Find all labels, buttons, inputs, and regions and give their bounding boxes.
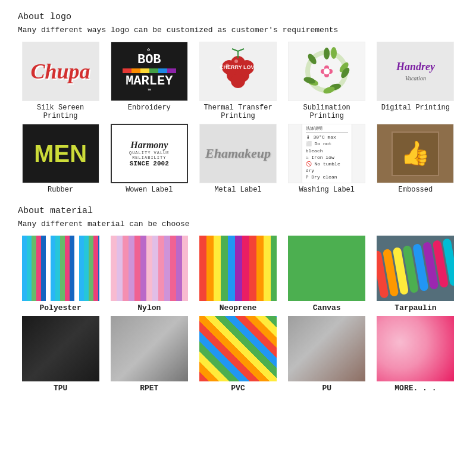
material-title: About material — [18, 206, 458, 216]
svg-point-27 — [324, 68, 330, 74]
embossed-icon: 👍 — [400, 139, 430, 168]
logo-grid: Chupa Silk Sereen Printing ✿ BOB MARLEY … — [18, 42, 458, 194]
digital-label: Digital Printing — [381, 104, 450, 112]
svg-text:CHERRY LOV: CHERRY LOV — [220, 64, 255, 70]
men-logo: MEN — [34, 140, 87, 167]
svg-point-10 — [234, 60, 238, 63]
chupa-logo: Chupa — [31, 59, 90, 84]
sublimation-svg — [299, 46, 355, 97]
cherry-image: CHERRY LOV — [199, 42, 277, 101]
list-item: Handrey Vacation Digital Printing — [373, 42, 458, 120]
svg-line-8 — [238, 49, 244, 51]
logo-section: About logo Many different ways logo can … — [18, 12, 458, 194]
svg-line-7 — [232, 49, 238, 51]
rpet-label: RPET — [140, 384, 158, 393]
list-item: MEN Rubber — [18, 124, 103, 194]
nylon-texture — [111, 236, 188, 301]
digital-logo: Handrey Vacation — [393, 58, 438, 86]
metal-label: Metal Label — [214, 186, 261, 194]
rainbow-bar — [123, 68, 176, 73]
material-grid: Polyester Nylon Neoprene Canvas — [18, 236, 458, 393]
digital-image: Handrey Vacation — [377, 42, 454, 101]
embroidery-label: Enbroidery — [128, 104, 171, 112]
sublimation-image — [288, 42, 365, 101]
list-item: MORE. . . — [373, 316, 458, 393]
bobmarley-image: ✿ BOB MARLEY ™ — [111, 42, 188, 101]
pvc-texture — [199, 316, 277, 381]
more-texture — [377, 316, 454, 381]
woven-label: Wowen Label — [126, 186, 173, 194]
list-item: Ehamakeup Metal Label — [195, 124, 280, 194]
polyester-texture — [22, 236, 99, 301]
washing-image: 洗涤说明 🌡 30°C max ⬜ Do not bleach ♨ Iron l… — [288, 124, 365, 183]
list-item: RPET — [107, 316, 192, 393]
embossed-image: 👍 — [377, 124, 454, 183]
tpu-texture — [22, 316, 99, 381]
list-item: 洗涤说明 🌡 30°C max ⬜ Do not bleach ♨ Iron l… — [284, 124, 369, 194]
cherry-svg: CHERRY LOV — [211, 46, 265, 97]
pu-image — [288, 316, 365, 381]
material-section: About material Many different material c… — [18, 206, 458, 393]
embossed-label: Embossed — [399, 186, 433, 194]
neoprene-texture — [199, 236, 277, 301]
rpet-texture — [111, 316, 188, 381]
nylon-label: Nylon — [137, 303, 161, 312]
harmony-logo: Harmony QUALITY VALUE RELIABILITY SINCE … — [112, 137, 187, 170]
svg-point-5 — [231, 74, 245, 88]
list-item: CHERRY LOV Thermal Transfer Printing — [195, 42, 280, 120]
chupa-image: Chupa — [22, 42, 99, 101]
sublimation-label: Sublimation Printing — [284, 104, 369, 120]
pvc-label: PVC — [231, 384, 245, 393]
list-item: Harmony QUALITY VALUE RELIABILITY SINCE … — [107, 124, 192, 194]
more-label: MORE. . . — [394, 384, 436, 393]
thermal-label: Thermal Transfer Printing — [195, 104, 280, 120]
embossed-logo: 👍 — [392, 131, 439, 176]
pu-label: PU — [322, 384, 331, 393]
list-item: Tarpaulin — [373, 236, 458, 312]
harmony-year: SINCE 2002 — [114, 160, 184, 167]
list-item: Chupa Silk Sereen Printing — [18, 42, 103, 120]
more-image — [377, 316, 454, 381]
metal-image: Ehamakeup — [199, 124, 277, 183]
list-item: PU — [284, 316, 369, 393]
svg-point-13 — [324, 48, 330, 60]
washing-label: Washing Label — [299, 186, 355, 194]
rpet-image — [111, 316, 188, 381]
metal-logo: Ehamakeup — [205, 146, 271, 161]
list-item: TPU — [18, 316, 103, 393]
men-image: MEN — [22, 124, 99, 183]
logo-desc: Many different ways logo can be customiz… — [18, 26, 458, 35]
tpu-image — [22, 316, 99, 381]
tarpaulin-texture — [377, 236, 454, 301]
canvas-image — [288, 236, 365, 301]
tpu-label: TPU — [54, 384, 67, 393]
list-item: PVC — [195, 316, 280, 393]
pu-texture — [288, 316, 365, 381]
tarpaulin-label: Tarpaulin — [394, 303, 436, 312]
tarp-rolls — [377, 238, 454, 299]
pvc-image — [199, 316, 277, 381]
washing-logo: 洗涤说明 🌡 30°C max ⬜ Do not bleach ♨ Iron l… — [302, 124, 352, 183]
canvas-label: Canvas — [313, 303, 341, 312]
bobmarley-text: ✿ BOB MARLEY ™ — [120, 45, 179, 98]
material-desc: Many different material can be choose — [18, 220, 458, 228]
nylon-image — [111, 236, 188, 301]
list-item: Neoprene — [195, 236, 280, 312]
list-item: 👍 Embossed — [373, 124, 458, 194]
list-item: Polyester — [18, 236, 103, 312]
tarpaulin-image — [377, 236, 454, 301]
rubber-label: Rubber — [48, 186, 73, 194]
neoprene-label: Neoprene — [220, 303, 256, 312]
polyester-label: Polyester — [39, 303, 81, 312]
list-item: Canvas — [284, 236, 369, 312]
silk-screen-label: Silk Sereen Printing — [18, 104, 103, 120]
polyester-image — [22, 236, 99, 301]
harmony-image: Harmony QUALITY VALUE RELIABILITY SINCE … — [111, 124, 188, 183]
list-item: ✿ BOB MARLEY ™ Enbroidery — [107, 42, 192, 120]
neoprene-image — [199, 236, 277, 301]
list-item: Nylon — [107, 236, 192, 312]
harmony-text: Harmony — [114, 140, 184, 151]
canvas-texture — [288, 236, 365, 301]
harmony-sub: QUALITY VALUE RELIABILITY — [114, 151, 184, 160]
logo-title: About logo — [18, 12, 458, 22]
